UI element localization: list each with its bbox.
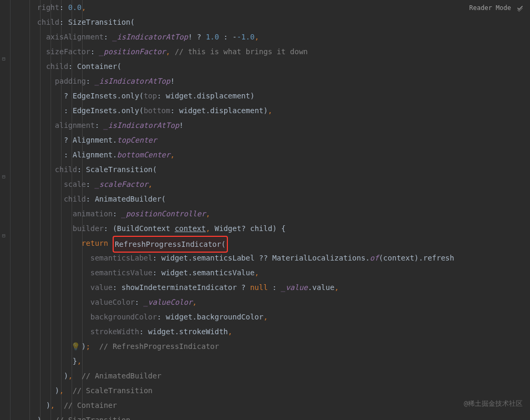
gutter-fold-icon[interactable]: ⊟ [2,56,7,61]
code-line: : Alignment.bottomCenter, [11,147,530,162]
code-line: }, [11,354,530,368]
code-line: child: ScaleTransition( [11,162,530,177]
watermark: @稀土掘金技术社区 [464,399,523,408]
code-line: strokeWidth: widget.strokeWidth, [11,324,530,339]
code-line: backgroundColor: widget.backgroundColor, [11,309,530,324]
code-line: ), // ScaleTransition [11,383,530,398]
code-line: axisAlignment: _isIndicatorAtTop! ? 1.0 … [11,29,530,44]
code-line: ), // AnimatedBuilder [11,368,530,383]
code-line: : EdgeInsets.only(bottom: widget.displac… [11,103,530,118]
reader-mode-label: Reader Mode [469,4,511,12]
gutter-fold-icon[interactable]: ⊟ [2,174,7,179]
code-line: semanticsLabel: widget.semanticsLabel ??… [11,251,530,265]
code-line: builder: (BuildContext context, Widget? … [11,221,530,236]
code-line: ), // Container [11,398,530,413]
code-line: semanticsValue: widget.semanticsValue, [11,265,530,280]
code-line: scale: _scaleFactor, [11,177,530,192]
code-line: right: 0.0, [11,0,530,15]
code-line: ? Alignment.topCenter [11,133,530,147]
code-line: ); // RefreshProgressIndicator [11,339,530,354]
code-line: animation: _positionController, [11,206,530,221]
gutter-fold-icon[interactable]: ⊟ [2,233,7,238]
code-line: ? EdgeInsets.only(top: widget.displaceme… [11,88,530,103]
code-content[interactable]: right: 0.0, child: SizeTransition( axisA… [11,0,530,420]
code-line: return RefreshProgressIndicator( [11,236,530,251]
code-line: valueColor: _valueColor, [11,295,530,309]
code-line: child: SizeTransition( [11,15,530,29]
bulb-icon[interactable]: 💡 [71,339,80,354]
code-editor: ⊟ ⊟ ⊟ right: 0.0, child: SizeTransition(… [0,0,530,420]
code-line: alignment: _isIndicatorAtTop! [11,118,530,133]
code-line: padding: _isIndicatorAtTop! [11,74,530,88]
code-line: ), // SizeTransition [11,413,530,420]
reader-mode-toggle[interactable]: Reader Mode [469,4,524,12]
code-line: sizeFactor: _positionFactor, // this is … [11,44,530,59]
code-line: child: AnimatedBuilder( [11,192,530,206]
gutter: ⊟ ⊟ ⊟ [0,0,11,420]
code-line: value: showIndeterminateIndicator ? null… [11,280,530,295]
check-icon [516,4,524,12]
code-line: child: Container( [11,59,530,74]
